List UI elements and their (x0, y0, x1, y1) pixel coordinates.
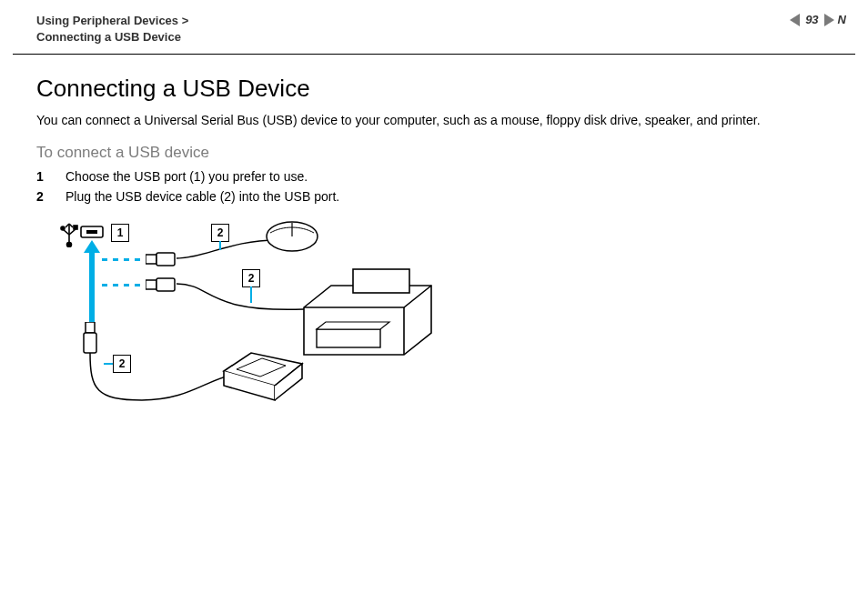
intro-text: You can connect a Universal Serial Bus (… (36, 112, 832, 129)
step-item: 2 Plug the USB device cable (2) into the… (36, 189, 832, 204)
usb-plug-icon (146, 251, 177, 267)
svg-rect-8 (156, 253, 175, 266)
page: Using Peripheral Devices > Connecting a … (0, 0, 868, 613)
prev-page-icon[interactable] (790, 14, 800, 26)
printer-icon (295, 264, 440, 364)
cable-dashed (102, 284, 146, 286)
breadcrumb-line-2: Connecting a USB Device (36, 29, 188, 45)
leader-line (104, 363, 113, 365)
next-page-icon[interactable] (824, 14, 834, 26)
usb-plug-icon (146, 276, 177, 293)
leader-line (250, 286, 252, 303)
step-item: 1 Choose the USB port (1) you prefer to … (36, 169, 832, 184)
figure-usb-diagram: 1 2 (60, 220, 451, 429)
callout-2: 2 (242, 269, 260, 287)
usb-icon (60, 220, 78, 247)
step-text: Plug the USB device cable (2) into the U… (66, 189, 339, 204)
nav-N: N (838, 13, 846, 26)
page-header: Using Peripheral Devices > Connecting a … (0, 0, 868, 54)
section-subhead: To connect a USB device (36, 144, 832, 162)
svg-rect-15 (84, 333, 96, 353)
callout-2: 2 (211, 224, 229, 242)
page-title: Connecting a USB Device (36, 75, 832, 103)
breadcrumb: Using Peripheral Devices > Connecting a … (36, 13, 188, 45)
leader-line (219, 241, 221, 250)
cable-line (87, 353, 233, 404)
page-nav: 93 N (790, 13, 846, 26)
svg-rect-11 (156, 278, 175, 291)
cable-line (177, 276, 304, 317)
svg-point-1 (61, 226, 65, 230)
svg-rect-7 (146, 255, 156, 264)
floppy-drive-icon (220, 349, 306, 404)
callout-2: 2 (113, 355, 131, 373)
page-number: 93 (805, 13, 818, 26)
step-number: 1 (36, 169, 49, 184)
svg-rect-14 (86, 322, 95, 333)
step-text: Choose the USB port (1) you prefer to us… (66, 169, 308, 184)
usb-port-icon (80, 226, 104, 238)
cable-dashed (102, 258, 146, 261)
svg-marker-6 (84, 240, 100, 324)
svg-rect-5 (86, 230, 97, 234)
content: Connecting a USB Device You can connect … (0, 55, 868, 429)
breadcrumb-line-1: Using Peripheral Devices > (36, 13, 188, 29)
svg-rect-13 (317, 329, 380, 347)
svg-rect-10 (146, 280, 156, 289)
steps-list: 1 Choose the USB port (1) you prefer to … (36, 169, 832, 204)
usb-plug-icon (82, 322, 98, 355)
step-number: 2 (36, 189, 49, 204)
svg-rect-12 (353, 269, 409, 293)
callout-1: 1 (111, 224, 129, 242)
arrow-up-icon (84, 240, 100, 324)
svg-rect-2 (74, 226, 77, 229)
svg-point-3 (67, 242, 72, 246)
mouse-icon (265, 220, 319, 253)
